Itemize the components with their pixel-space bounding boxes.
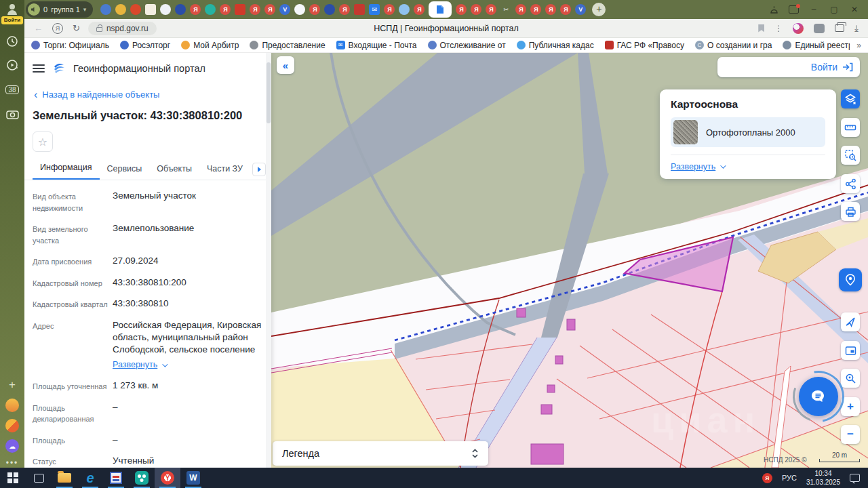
mute-icon[interactable]	[28, 3, 40, 16]
browser-tab[interactable]: V	[279, 4, 290, 15]
browser-tab[interactable]: Я	[515, 4, 526, 15]
bookmark-item[interactable]: Росэлторг	[120, 41, 170, 50]
maximize-button[interactable]: ▢	[829, 5, 840, 14]
menu-icon[interactable]	[33, 64, 45, 73]
tab-group-pill[interactable]: 0 группа 1 ▾	[26, 1, 93, 18]
back-row[interactable]: ‹ Назад в найденные объекты	[24, 79, 271, 100]
bookmark-item[interactable]: Единый реестр с	[783, 41, 850, 50]
document-app-button[interactable]	[103, 468, 129, 488]
overview-map-tool-button[interactable]	[841, 341, 860, 360]
browser-tab[interactable]: Я	[414, 4, 425, 15]
bookmarks-overflow-icon[interactable]: »	[850, 41, 868, 50]
ruler-tool-button[interactable]	[841, 118, 860, 137]
notifications-center-icon[interactable]	[850, 474, 860, 482]
yandex-browser-button[interactable]: Y	[155, 468, 180, 488]
browser-tab[interactable]: Я	[456, 4, 467, 15]
map-canvas[interactable]: циан « Войти Картооснова Ортофотопланы 2…	[271, 53, 868, 468]
login-label[interactable]: Войти	[811, 62, 837, 73]
word-button[interactable]: W	[180, 468, 206, 488]
task-view-button[interactable]	[26, 468, 52, 488]
bookmark-item[interactable]: CО создании и гра	[695, 41, 772, 50]
new-tab-button[interactable]: +	[592, 3, 606, 16]
browser-tab[interactable]	[235, 4, 245, 15]
browser-tab[interactable]	[399, 4, 410, 15]
notifications-icon[interactable]	[769, 5, 779, 14]
browser-tab[interactable]	[115, 4, 126, 15]
media-player-icon[interactable]	[5, 58, 20, 73]
browser-tab[interactable]	[145, 4, 156, 15]
select-area-tool-button[interactable]	[841, 146, 860, 165]
browser-tab[interactable]: ✉	[369, 4, 380, 15]
panel-tab-сервисы[interactable]: Сервисы	[100, 164, 150, 180]
browser-tab[interactable]: V	[575, 4, 586, 15]
zoom-out-button[interactable]: −	[841, 425, 860, 444]
print-tool-button[interactable]	[841, 202, 860, 221]
browser-tab[interactable]	[354, 4, 365, 15]
browser-tab[interactable]: Я	[471, 4, 481, 15]
bookmark-item[interactable]: Предоставление	[250, 41, 325, 50]
language-indicator[interactable]: РУС	[782, 474, 797, 482]
rail-app-icon[interactable]	[5, 399, 19, 412]
bookmark-item[interactable]: ГАС РФ «Правосу	[605, 41, 684, 50]
browser-tab[interactable]: ✂	[500, 4, 511, 15]
browser-tab[interactable]: Я	[220, 4, 231, 15]
browser-tab[interactable]	[294, 4, 305, 15]
alice-assistant-icon[interactable]	[793, 23, 804, 34]
rail-app-icon[interactable]	[5, 419, 19, 432]
all-tabs-icon[interactable]	[835, 24, 844, 32]
camera-icon[interactable]	[5, 107, 20, 122]
locate-tool-button[interactable]	[841, 312, 860, 331]
browser-tab[interactable]: Я	[486, 4, 496, 15]
basemap-expand-row[interactable]: Развернуть	[671, 155, 825, 171]
layers-tool-button[interactable]	[841, 89, 860, 108]
rail-add-icon[interactable]: +	[9, 378, 16, 392]
browser-tab[interactable]	[324, 4, 335, 15]
bookmark-flag-icon[interactable]	[758, 24, 764, 33]
bookmark-item[interactable]: ✉Входящие - Почта	[336, 41, 417, 50]
browser-tab[interactable]: Я	[309, 4, 320, 15]
expand-collapse-icon[interactable]	[471, 448, 479, 459]
file-explorer-button[interactable]	[52, 468, 77, 488]
yandex-home-icon[interactable]: Я	[52, 23, 63, 34]
browser-tab[interactable]	[205, 4, 216, 15]
panel-tab-информация[interactable]: Информация	[33, 163, 100, 180]
browser-tab[interactable]	[130, 4, 141, 15]
favorite-star-button[interactable]: ☆	[33, 131, 53, 152]
browser-tab[interactable]	[175, 4, 186, 15]
bookmark-item[interactable]: Публичная кадас	[517, 41, 594, 50]
bookmark-item[interactable]: Мой Арбитр	[181, 41, 239, 50]
nspd-assistant-button[interactable]	[839, 268, 862, 291]
back-icon[interactable]: ←	[34, 23, 43, 33]
legend-bar[interactable]: Легенда	[273, 441, 488, 466]
more-menu-icon[interactable]: ⋮	[774, 24, 783, 33]
history-icon[interactable]	[5, 34, 20, 49]
panel-tab-объекты[interactable]: Объекты	[149, 164, 199, 180]
browser-tab-active[interactable]	[429, 1, 452, 18]
downloads-icon[interactable]: ⤓	[854, 23, 859, 34]
back-link[interactable]: Назад в найденные объекты	[42, 89, 159, 100]
browser-tab[interactable]: Я	[339, 4, 350, 15]
side-panel-icon[interactable]	[789, 5, 799, 14]
search-on-map-tool-button[interactable]	[841, 369, 860, 388]
panel-tab-части зу[interactable]: Части ЗУ	[199, 164, 250, 180]
minimize-button[interactable]: –	[808, 5, 819, 14]
tabs-scroll-right-button[interactable]	[252, 163, 266, 176]
rail-login-badge[interactable]: Войти	[1, 16, 23, 24]
close-button[interactable]: ✕	[849, 5, 860, 14]
clock[interactable]: 10:34 31.03.2025	[806, 469, 840, 487]
edge-browser-button[interactable]: e	[77, 468, 103, 488]
start-button[interactable]	[0, 468, 26, 488]
panel-scrollbar[interactable]	[266, 53, 271, 468]
chat-assistant-button[interactable]	[799, 377, 838, 416]
browser-tab[interactable]: Я	[384, 4, 395, 15]
browser-tab[interactable]: Я	[264, 4, 275, 15]
tray-app-icon[interactable]: Я	[762, 473, 772, 483]
bookmark-item[interactable]: Торги: Официаль	[31, 41, 109, 50]
browser-tab[interactable]	[100, 4, 111, 15]
rail-more-icon[interactable]: •••	[6, 458, 19, 468]
protect-icon[interactable]	[814, 24, 825, 33]
browser-tab[interactable]: Я	[545, 4, 556, 15]
basemap-expand-link[interactable]: Развернуть	[671, 162, 715, 171]
browser-tab[interactable]	[160, 4, 171, 15]
url-field[interactable]: nspd.gov.ru	[88, 22, 157, 35]
